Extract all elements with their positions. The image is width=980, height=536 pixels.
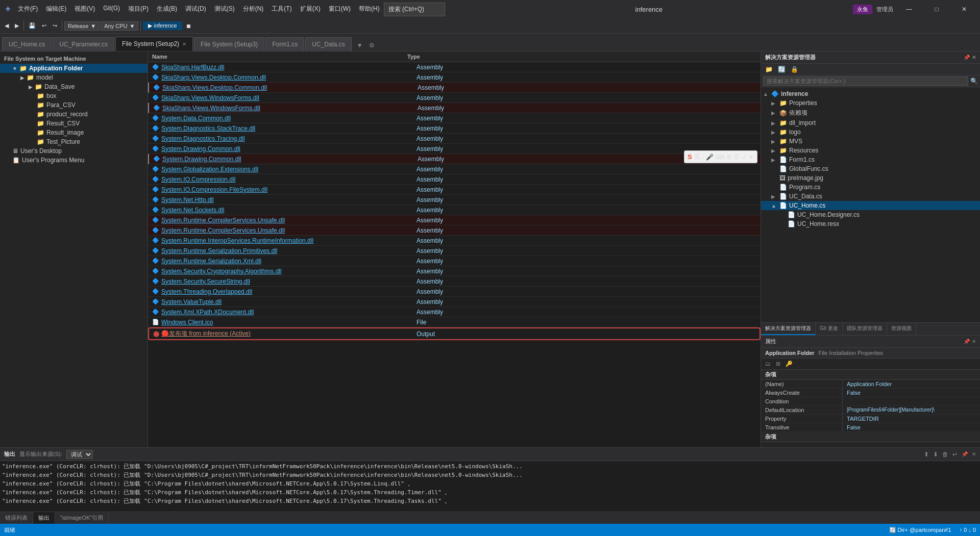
prop-key-icon[interactable]: 🔑 [783, 360, 795, 368]
file-row[interactable]: 🔷System.Xml.XPath.XDocument.dllAssembly [148, 307, 761, 317]
tab-file-system-setup2[interactable]: File System (Setup2) ✕ [115, 37, 193, 51]
tree-item-application-folder[interactable]: ▼ 📁 Application Folder [0, 64, 148, 73]
file-row[interactable]: 🔷System.IO.Compression.FileSystem.dllAss… [148, 185, 761, 195]
menu-tools[interactable]: 工具(T) [267, 3, 296, 16]
menu-test[interactable]: 测试(S) [210, 3, 239, 16]
menu-git[interactable]: Git(G) [99, 3, 124, 16]
close-button[interactable]: ✕ [952, 0, 976, 18]
sol-item-properties[interactable]: ▶ 📁 Properties [761, 98, 980, 108]
menu-project[interactable]: 项目(P) [124, 3, 153, 16]
error-tab-output[interactable]: 输出 [33, 512, 55, 524]
file-row[interactable]: 🔷System.Runtime.InteropServices.RuntimeI… [148, 236, 761, 246]
output-row-circled[interactable]: ⬤ 🔴发布项 from inference (Active) Output [148, 327, 761, 340]
tab-uc-home[interactable]: UC_Home.cs [2, 37, 52, 51]
sol-item-program[interactable]: 📄 Program.cs [761, 183, 980, 192]
tree-item-result-csv[interactable]: 📁 Result_CSV [0, 119, 148, 128]
tree-item-data-save[interactable]: ▶ 📁 Data_Save [0, 82, 148, 91]
menu-edit[interactable]: 编辑(E) [42, 3, 70, 16]
run-stop[interactable]: ⏹ [183, 21, 194, 31]
toolbar-redo[interactable]: ↪ [50, 21, 60, 31]
error-tab-references[interactable]: "isImageOK"引用 [55, 512, 109, 524]
sol-item-mvs[interactable]: ▶ 📁 MVS [761, 137, 980, 146]
menu-extensions[interactable]: 扩展(X) [296, 3, 325, 16]
tab-overflow[interactable]: ▼ [355, 40, 365, 51]
sol-item-logo[interactable]: ▶ 📁 logo [761, 127, 980, 137]
tree-item-programs-menu[interactable]: 📋 User's Programs Menu [0, 156, 148, 165]
maximize-button[interactable]: □ [925, 0, 948, 18]
file-row[interactable]: 🔷System.Net.Sockets.dllAssembly [148, 205, 761, 215]
file-row[interactable]: 🔷System.Data.Common.dllAssembly [148, 113, 761, 123]
tab-uc-data[interactable]: UC_Data.cs [305, 37, 352, 51]
file-row[interactable]: 🔷System.Diagnostics.Tracing.dllAssembly [148, 134, 761, 144]
search-icon[interactable]: 🔍 [970, 78, 978, 85]
sol-item-uchome[interactable]: ▲ 📄 UC_Home.cs [761, 201, 980, 210]
close-solution-icon[interactable]: ✕ [972, 55, 976, 60]
tab-file-system-setup3[interactable]: File System (Setup3) [194, 37, 264, 51]
prop-pin-icon[interactable]: 📌 [964, 339, 970, 344]
output-toolbar-btn2[interactable]: ⬇ [933, 451, 938, 458]
sol-item-uchome-resx[interactable]: 📄 UC_Home.resx [761, 219, 980, 228]
file-row[interactable]: 🔷System.IO.Compression.dllAssembly [148, 174, 761, 185]
file-row[interactable]: 🔷SkiaSharp.Views.Desktop.Common.dllAssem… [148, 83, 761, 93]
tree-item-model[interactable]: ▶ 📁 model [0, 73, 148, 82]
tree-item-para-csv[interactable]: 📁 Para_CSV [0, 100, 148, 110]
sol-tab-git[interactable]: Git 更改 [816, 323, 843, 335]
tab-close-setup2[interactable]: ✕ [182, 41, 186, 47]
file-row[interactable]: 🔷System.Runtime.Serialization.Primitives… [148, 246, 761, 256]
output-source-select[interactable]: 调试 [66, 450, 93, 459]
tree-item-product-record[interactable]: 📁 product_record [0, 110, 148, 119]
file-row[interactable]: 📄Windows Client.icoFile [148, 317, 761, 327]
toolbar-forward[interactable]: ▶ [12, 21, 21, 31]
sol-item-dependencies[interactable]: ▶ 📦 依赖项 [761, 108, 980, 118]
file-row[interactable]: 🔷SkiaSharp.Views.WindowsForms.dllAssembl… [148, 103, 761, 113]
tab-uc-parameter[interactable]: UC_Parameter.cs [53, 37, 114, 51]
sol-item-globalfunc[interactable]: 📄 GlobalFunc.cs [761, 164, 980, 173]
file-row[interactable]: 🔷System.Security.SecureString.dllAssembl… [148, 276, 761, 287]
sol-toolbar-btn3[interactable]: 🔒 [789, 65, 800, 74]
toolbar-back[interactable]: ◀ [2, 21, 11, 31]
tree-item-users-desktop[interactable]: 🖥 User's Desktop [0, 146, 148, 156]
toolbar-undo[interactable]: ↩ [39, 21, 49, 31]
file-row[interactable]: 🔷SkiaSharp.Views.WindowsForms.dllAssembl… [148, 93, 761, 103]
tab-form1[interactable]: Form1.cs [265, 37, 304, 51]
file-row[interactable]: 🔷System.Drawing.Common.dllAssembly [148, 154, 761, 164]
sol-item-preimage[interactable]: 🖼 preImage.jpg [761, 173, 980, 183]
run-button[interactable]: ▶ inference [143, 21, 182, 30]
file-row[interactable]: 🔷SkiaSharp.Views.Desktop.Common.dllAssem… [148, 72, 761, 83]
file-row[interactable]: 🔷System.Drawing.Common.dllAssembly [148, 144, 761, 154]
sol-item-ucdata[interactable]: ▶ 📄 UC_Data.cs [761, 192, 980, 201]
error-tab-list[interactable]: 错误列表 [0, 512, 33, 524]
prop-view-icon[interactable]: ⊞ [774, 360, 782, 368]
sol-item-form1[interactable]: ▶ 📄 Form1.cs [761, 155, 980, 164]
menu-help[interactable]: 帮助(H) [355, 3, 384, 16]
sol-tab-resource[interactable]: 资源视图 [887, 323, 916, 335]
output-clear-btn[interactable]: 🗑 [942, 451, 948, 458]
file-row[interactable]: 🔷System.Net.Http.dllAssembly [148, 195, 761, 205]
sol-item-uchome-designer[interactable]: 📄 UC_Home.Designer.cs [761, 210, 980, 219]
toolbar-save[interactable]: 💾 [26, 21, 38, 31]
file-row[interactable]: 🔷System.Security.Cryptography.Algorithms… [148, 266, 761, 276]
menu-debug[interactable]: 调试(D) [181, 3, 210, 16]
file-row[interactable]: 🔷SkiaSharp.HarfBuzz.dllAssembly [148, 62, 761, 72]
sol-toolbar-btn2[interactable]: 🔄 [776, 65, 788, 74]
file-row[interactable]: 🔷System.Diagnostics.StackTrace.dllAssemb… [148, 123, 761, 134]
minimize-button[interactable]: — [897, 0, 921, 18]
file-row[interactable]: 🔷System.Runtime.CompilerServices.Unsafe.… [148, 225, 761, 236]
prop-sort-icon[interactable]: 🗂 [763, 360, 773, 368]
file-row[interactable]: 🔷System.Runtime.CompilerServices.Unsafe.… [148, 215, 761, 225]
output-wrap-btn[interactable]: ↵ [952, 451, 958, 458]
prop-close-icon[interactable]: ✕ [972, 339, 976, 344]
file-row[interactable]: 🔷System.ValueTuple.dllAssembly [148, 297, 761, 307]
menu-analyze[interactable]: 分析(N) [239, 3, 268, 16]
search-bar[interactable]: 搜索 (Ctrl+Q) [384, 3, 445, 16]
tree-item-result-image[interactable]: 📁 Result_image [0, 128, 148, 137]
solution-search-input[interactable] [763, 76, 968, 86]
output-close-icon[interactable]: ✕ [972, 451, 976, 457]
sol-item-inference[interactable]: ▲ 🔷 inference [761, 89, 980, 98]
sol-item-dll-import[interactable]: ▶ 📁 dll_import [761, 118, 980, 127]
tree-item-test-picture[interactable]: 📁 Test_Picture [0, 137, 148, 146]
pin-icon[interactable]: 📌 [964, 55, 970, 60]
tab-settings[interactable]: ⚙ [367, 40, 377, 51]
platform-dropdown[interactable]: Any CPU ▼ [101, 21, 138, 31]
sol-toolbar-btn1[interactable]: 📁 [763, 65, 775, 74]
